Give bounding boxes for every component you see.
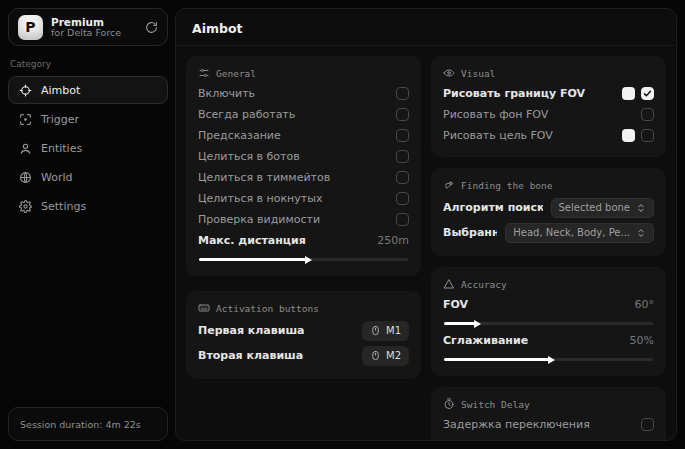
visual-row: Рисовать фон FOV <box>443 104 654 125</box>
mouse-icon <box>370 350 381 361</box>
visual-row: Рисовать цель FOV <box>443 125 654 146</box>
smoothing-slider[interactable] <box>444 358 653 361</box>
switch-delay-card: Switch Delay Задержка переключения Задер… <box>431 387 666 440</box>
section-title: General <box>216 68 256 79</box>
bones-card: Finding the bone Алгоритм поиска костей … <box>431 168 666 256</box>
checkbox-draw-fov-background[interactable] <box>641 108 654 121</box>
product-card: P Premium for Delta Force <box>8 8 168 46</box>
visual-card: Visual Рисовать границу FOV Рисовать <box>431 56 666 157</box>
triangle-icon <box>443 278 455 290</box>
general-card: General Включить Всегда работать Предска… <box>186 56 421 276</box>
checkbox-target-teammates[interactable] <box>396 171 409 184</box>
sidebar-item-label: Entities <box>41 142 82 155</box>
toggle-row: Целиться в ботов <box>198 146 409 167</box>
keybind-row: Первая клавиша M1 <box>198 318 409 343</box>
toggle-row: Предсказание <box>198 125 409 146</box>
checkbox-prediction[interactable] <box>396 129 409 142</box>
visual-row: Рисовать границу FOV <box>443 83 654 104</box>
keybind-button-secondary[interactable]: M2 <box>362 346 409 366</box>
sidebar-item-trigger[interactable]: Trigger <box>8 105 168 133</box>
product-title: Premium <box>51 16 137 28</box>
max-distance-value: 250m <box>377 234 409 247</box>
dropdown-row: Алгоритм поиска костей Selected bone <box>443 195 654 220</box>
slider-row: FOV 60° <box>443 294 654 315</box>
mouse-icon <box>370 325 381 336</box>
sidebar-item-aimbot[interactable]: Aimbot <box>8 76 168 104</box>
accuracy-card: Accuracy FOV 60° Сглаживание 50% <box>431 267 666 376</box>
section-title: Finding the bone <box>461 180 553 191</box>
slider-row: Сглаживание 50% <box>443 330 654 351</box>
checkbox-target-bots[interactable] <box>396 150 409 163</box>
bone-icon <box>443 179 455 191</box>
section-title: Visual <box>461 68 495 79</box>
bone-algorithm-select[interactable]: Selected bone <box>551 198 654 218</box>
page-header: Aimbot <box>176 9 676 46</box>
toggle-row: Целиться в тиммейтов <box>198 167 409 188</box>
max-distance-slider[interactable] <box>199 258 408 261</box>
keybind-button-primary[interactable]: M1 <box>362 321 409 341</box>
toggle-row: Всегда работать <box>198 104 409 125</box>
session-duration: Session duration: 4m 22s <box>8 407 168 441</box>
toggle-row: Проверка видимости <box>198 209 409 230</box>
selected-bones-select[interactable]: Head, Neck, Body, Pe... <box>505 223 654 243</box>
page-title: Aimbot <box>192 21 660 36</box>
section-title: Switch Delay <box>461 399 530 410</box>
checkbox-target-knocked[interactable] <box>396 192 409 205</box>
checkbox-draw-fov-border[interactable] <box>641 87 654 100</box>
sidebar-item-label: Trigger <box>41 113 79 126</box>
toggle-row: Целиться в нокнутых <box>198 188 409 209</box>
slider-row: Макс. дистанция 250m <box>198 230 409 251</box>
switch-delay-value: 1000 ms <box>606 439 654 440</box>
section-title: Accuracy <box>461 279 507 290</box>
chevrons-up-down-icon <box>636 203 646 213</box>
checkbox-draw-fov-target[interactable] <box>641 129 654 142</box>
slider-row: Задержка переключения (мс) 1000 ms <box>443 435 654 440</box>
color-swatch-fov-target[interactable] <box>622 129 635 142</box>
trigger-icon <box>19 113 32 126</box>
section-title: Activation buttons <box>216 303 319 314</box>
check-icon <box>643 89 652 98</box>
sidebar-item-entities[interactable]: Entities <box>8 134 168 162</box>
eye-icon <box>443 67 455 79</box>
globe-icon <box>19 171 32 184</box>
fov-slider[interactable] <box>444 322 653 325</box>
main-panel: Aimbot General Включить <box>175 8 677 441</box>
sidebar-nav: Aimbot Trigger Entities <box>8 76 168 220</box>
chevrons-up-down-icon <box>636 228 646 238</box>
crosshair-icon <box>19 84 32 97</box>
sidebar-item-world[interactable]: World <box>8 163 168 191</box>
keybind-row: Вторая клавиша M2 <box>198 343 409 368</box>
product-subtitle: for Delta Force <box>51 28 137 39</box>
sidebar-item-label: Aimbot <box>41 84 80 97</box>
clock-icon <box>443 398 455 410</box>
activation-card: Activation buttons Первая клавиша M1 <box>186 291 421 379</box>
fov-value: 60° <box>635 298 655 311</box>
sidebar: P Premium for Delta Force Category Aimbo… <box>8 8 168 441</box>
smoothing-value: 50% <box>630 334 654 347</box>
color-swatch-fov-border[interactable] <box>622 87 635 100</box>
sidebar-item-label: World <box>41 171 73 184</box>
entities-icon <box>19 142 32 155</box>
gear-icon <box>19 200 32 213</box>
checkbox-visibility-check[interactable] <box>396 213 409 226</box>
sidebar-item-settings[interactable]: Settings <box>8 192 168 220</box>
toggle-row: Задержка переключения <box>443 414 654 435</box>
toggle-row: Включить <box>198 83 409 104</box>
checkbox-enable[interactable] <box>396 87 409 100</box>
dropdown-row: Выбранные кости Head, Neck, Body, Pe... <box>443 220 654 245</box>
checkbox-switch-delay[interactable] <box>641 418 654 431</box>
category-label: Category <box>10 59 166 69</box>
logo: P <box>18 15 43 40</box>
keyboard-icon <box>198 302 210 314</box>
sidebar-item-label: Settings <box>41 200 86 213</box>
sliders-icon <box>198 67 210 79</box>
refresh-icon[interactable] <box>145 21 158 34</box>
checkbox-always-work[interactable] <box>396 108 409 121</box>
